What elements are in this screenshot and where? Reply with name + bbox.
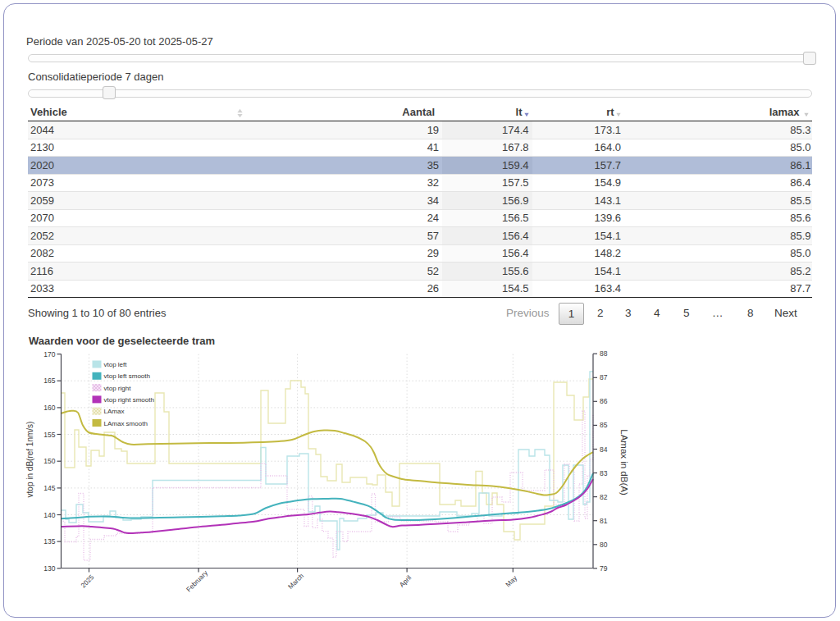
- svg-text:79: 79: [600, 564, 608, 573]
- svg-text:vtop in dB(ref 1nm/s): vtop in dB(ref 1nm/s): [25, 422, 34, 498]
- svg-text:85: 85: [600, 421, 608, 429]
- svg-text:February: February: [185, 568, 209, 593]
- svg-text:135: 135: [43, 537, 55, 546]
- svg-text:May: May: [504, 573, 519, 588]
- svg-text:March: March: [287, 572, 306, 591]
- svg-text:130: 130: [43, 564, 55, 573]
- svg-text:84: 84: [600, 445, 608, 454]
- svg-text:170: 170: [43, 350, 55, 358]
- svg-text:155: 155: [43, 431, 55, 439]
- svg-text:87: 87: [600, 373, 608, 381]
- svg-text:160: 160: [43, 404, 55, 412]
- svg-text:LAmax in dB(A): LAmax in dB(A): [619, 429, 629, 495]
- svg-text:88: 88: [600, 349, 608, 358]
- svg-text:April: April: [398, 574, 413, 589]
- svg-text:vtop right smooth: vtop right smooth: [104, 396, 154, 404]
- svg-text:2025: 2025: [80, 573, 96, 590]
- svg-text:vtop left smooth: vtop left smooth: [104, 372, 150, 380]
- svg-text:145: 145: [43, 484, 55, 492]
- svg-text:86: 86: [600, 397, 608, 405]
- svg-text:LAmax smooth: LAmax smooth: [104, 420, 148, 427]
- svg-text:165: 165: [43, 377, 55, 385]
- svg-text:150: 150: [43, 457, 55, 465]
- svg-text:vtop left: vtop left: [104, 361, 128, 368]
- svg-text:83: 83: [600, 469, 608, 477]
- svg-text:vtop right: vtop right: [104, 385, 132, 392]
- svg-text:80: 80: [600, 541, 608, 549]
- svg-text:140: 140: [43, 511, 55, 519]
- svg-text:82: 82: [600, 493, 608, 501]
- svg-text:LAmax: LAmax: [104, 408, 125, 415]
- svg-text:81: 81: [600, 517, 608, 525]
